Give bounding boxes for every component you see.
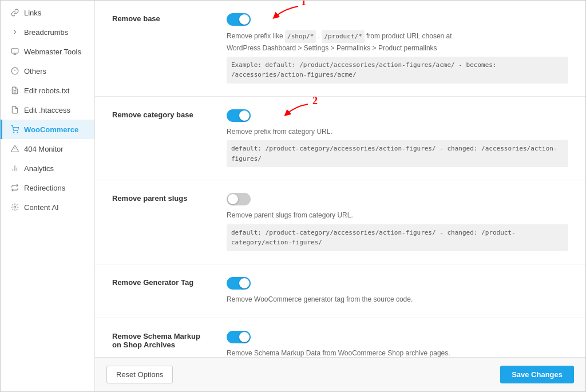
content-area: Remove base 1: [95, 1, 585, 357]
sidebar-item-content-ai[interactable]: Content AI: [1, 197, 94, 217]
settings-table: Remove base 1: [95, 1, 585, 357]
main-content: Remove base 1: [95, 1, 585, 391]
sidebar-item-others[interactable]: Others: [1, 61, 94, 81]
toggle-remove-parent-slugs[interactable]: [227, 193, 251, 205]
toggle-remove-schema-markup[interactable]: [227, 331, 251, 343]
sidebar-item-analytics-label: Analytics: [24, 164, 54, 173]
label-remove-generator-tag: Remove Generator Tag: [112, 277, 227, 287]
sidebar-item-analytics[interactable]: Analytics: [1, 159, 94, 178]
footer-bar: Reset Options Save Changes: [95, 357, 585, 391]
toggle-remove-generator-tag[interactable]: [227, 277, 251, 290]
sidebar-item-content-ai-label: Content AI: [24, 203, 59, 212]
content-remove-base: 1 Remove prefix like /shop/* . /pro: [227, 13, 568, 84]
svg-point-8: [14, 132, 14, 133]
sidebar-item-edit-robots-label: Edit robots.txt: [24, 86, 69, 95]
sidebar-item-edit-htaccess-label: Edit .htaccess: [24, 106, 70, 114]
sidebar-item-woocommerce-label: WooCommerce: [24, 125, 78, 134]
breadcrumb-icon: [10, 27, 19, 37]
code-remove-category-base: default: /product-category/accessories/a…: [227, 140, 568, 167]
save-changes-button[interactable]: Save Changes: [500, 366, 574, 383]
desc-remove-schema-markup: Remove Schema Markup Data from WooCommer…: [227, 348, 568, 357]
circle-info-icon: [10, 66, 19, 76]
svg-point-9: [17, 132, 18, 133]
desc-remove-generator-tag: Remove WooCommerce generator tag from th…: [227, 294, 568, 305]
row-remove-schema-markup: Remove Schema Markupon Shop Archives Rem…: [95, 318, 585, 357]
svg-text:1: 1: [301, 1, 306, 7]
annotation-arrow-2: 2: [261, 94, 330, 122]
sidebar-item-edit-htaccess[interactable]: Edit .htaccess: [1, 100, 94, 120]
row-remove-base: Remove base 1: [95, 1, 585, 97]
sidebar-item-woocommerce[interactable]: WooCommerce: [1, 120, 94, 139]
desc-remove-base: Remove prefix like /shop/* . /product/* …: [227, 30, 568, 54]
row-remove-generator-tag: Remove Generator Tag Remove WooCommerce …: [95, 264, 585, 318]
chart-icon: [10, 164, 19, 173]
svg-point-15: [14, 206, 16, 208]
desc-remove-parent-slugs: Remove parent slugs from category URL.: [227, 210, 568, 221]
row-remove-parent-slugs: Remove parent slugs Remove parent slugs …: [95, 180, 585, 264]
label-remove-category-base: Remove category base: [112, 109, 227, 119]
link-icon: [10, 8, 19, 17]
label-remove-schema-markup: Remove Schema Markupon Shop Archives: [112, 331, 227, 349]
sidebar-item-edit-robots[interactable]: Edit robots.txt: [1, 81, 94, 100]
code-remove-parent-slugs: default: /product-category/accessories/a…: [227, 224, 568, 251]
sparkle-icon: [10, 203, 19, 212]
sidebar-item-links-label: Links: [24, 9, 41, 17]
label-remove-parent-slugs: Remove parent slugs: [112, 193, 227, 203]
content-remove-parent-slugs: Remove parent slugs from category URL. d…: [227, 193, 568, 251]
code-remove-base: Example: default: /product/accessories/a…: [227, 57, 568, 84]
content-remove-category-base: 2 Remove prefix from category URL. def: [227, 109, 568, 167]
desc-remove-category-base: Remove prefix from category URL.: [227, 126, 568, 137]
sidebar-item-breadcrumbs-label: Breadcrumbs: [24, 28, 68, 37]
computer-icon: [10, 47, 19, 56]
sidebar-item-others-label: Others: [24, 67, 46, 76]
sidebar-item-redirections-label: Redirections: [24, 184, 65, 192]
toggle-remove-base[interactable]: [227, 13, 251, 26]
toggle-remove-category-base[interactable]: [227, 109, 251, 122]
annotation-arrow-1: 1: [250, 1, 318, 23]
content-remove-generator-tag: Remove WooCommerce generator tag from th…: [227, 277, 568, 305]
sidebar-item-redirections[interactable]: Redirections: [1, 178, 94, 197]
sidebar-item-404-monitor[interactable]: 404 Monitor: [1, 139, 94, 159]
row-remove-category-base: Remove category base 2: [95, 97, 585, 180]
arrows-cross-icon: [10, 183, 19, 192]
sidebar-item-breadcrumbs[interactable]: Breadcrumbs: [1, 22, 94, 42]
reset-options-button[interactable]: Reset Options: [106, 366, 173, 383]
sidebar-item-webmaster-tools[interactable]: Webmaster Tools: [1, 42, 94, 61]
sidebar-item-webmaster-tools-label: Webmaster Tools: [24, 47, 81, 56]
content-remove-schema-markup: Remove Schema Markup Data from WooCommer…: [227, 331, 568, 357]
sidebar-item-links[interactable]: Links: [1, 3, 94, 22]
triangle-warn-icon: [10, 144, 19, 153]
svg-rect-0: [11, 49, 18, 53]
label-remove-base: Remove base: [112, 13, 227, 23]
sidebar-item-404-monitor-label: 404 Monitor: [24, 145, 64, 153]
sidebar: Links Breadcrumbs Webmaster Tools Others…: [1, 1, 95, 391]
cart-icon: [10, 125, 19, 134]
file-edit-robots-icon: [10, 86, 19, 95]
svg-text:2: 2: [312, 95, 318, 106]
file-edit-htaccess-icon: [10, 105, 19, 114]
